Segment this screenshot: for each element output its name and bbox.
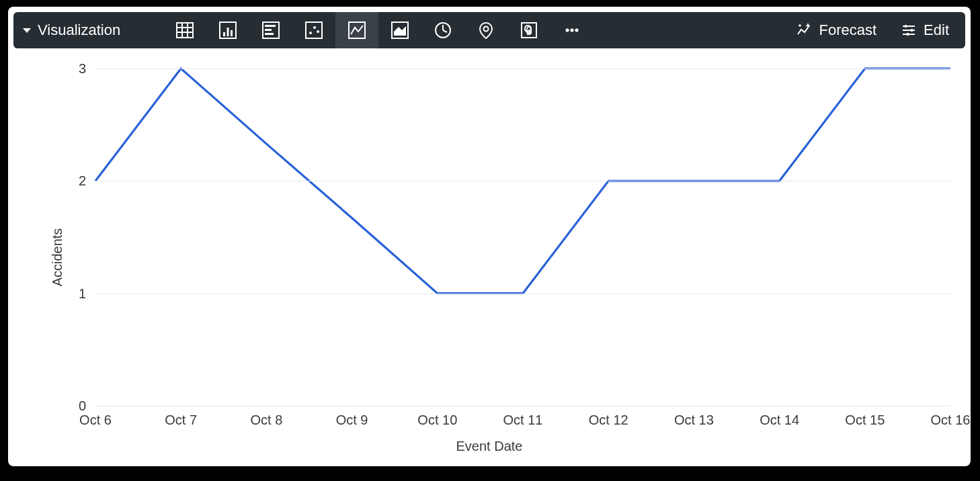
chart-area: Accidents Event Date 0123Oct 6Oct 7Oct 8… [8,48,971,466]
svg-line-22 [443,30,447,32]
x-tick-label: Oct 11 [503,406,543,428]
gridline [95,181,950,181]
svg-marker-19 [394,26,406,36]
svg-rect-10 [265,25,276,27]
horizontal-bar-icon[interactable] [249,12,292,48]
gridline [95,69,950,69]
svg-rect-7 [227,28,229,36]
svg-point-16 [317,30,319,33]
visualization-dropdown[interactable]: Visualization [13,12,132,48]
x-tick-label: Oct 7 [165,406,197,428]
forecast-sparkle-icon [796,22,812,38]
svg-rect-13 [306,22,322,38]
svg-rect-6 [223,32,225,36]
forecast-label: Forecast [819,21,876,39]
svg-text:6: 6 [526,24,532,38]
svg-rect-12 [265,33,274,35]
visualization-title: Visualization [38,21,120,39]
svg-point-15 [313,26,316,29]
viz-type-strip: 6 [163,12,594,48]
svg-rect-32 [905,25,907,28]
line-chart-icon[interactable] [335,12,378,48]
x-tick-label: Oct 13 [674,406,714,428]
svg-rect-11 [265,29,272,31]
svg-point-26 [566,29,569,32]
table-icon[interactable] [163,12,206,48]
x-tick-label: Oct 6 [79,406,112,428]
visualization-toolbar: Visualization [13,12,965,48]
single-value-icon[interactable]: 6 [507,12,550,48]
more-viz-icon[interactable] [550,12,594,48]
x-tick-label: Oct 10 [417,406,457,428]
y-axis-label: Accidents [50,228,65,287]
x-tick-label: Oct 14 [760,406,799,428]
visualization-panel: Visualization [8,7,971,466]
svg-rect-34 [907,33,909,36]
x-tick-label: Oct 16 [931,406,971,428]
scatter-icon[interactable] [292,12,335,48]
y-tick-label: 3 [79,61,95,77]
y-tick-label: 2 [79,173,95,189]
timeline-icon[interactable] [421,12,464,48]
svg-point-28 [575,29,578,32]
edit-label: Edit [924,21,949,39]
svg-point-23 [484,27,489,32]
area-chart-icon[interactable] [378,12,421,48]
x-tick-label: Oct 15 [845,406,885,428]
edit-button[interactable]: Edit [889,12,965,48]
svg-point-14 [309,32,312,34]
map-pin-icon[interactable] [464,12,507,48]
x-axis-label: Event Date [8,439,971,454]
forecast-button[interactable]: Forecast [784,12,889,48]
svg-rect-8 [231,30,233,36]
x-tick-label: Oct 9 [336,406,368,428]
x-tick-label: Oct 12 [589,406,628,428]
svg-point-27 [571,29,573,32]
svg-rect-33 [911,29,913,32]
x-tick-label: Oct 8 [250,406,282,428]
edit-sliders-icon [901,22,917,38]
caret-down-icon [23,28,31,33]
gridline [95,294,950,294]
y-tick-label: 1 [79,286,95,301]
bar-chart-icon[interactable] [206,12,249,48]
chart-plot[interactable]: 0123Oct 6Oct 7Oct 8Oct 9Oct 10Oct 11Oct … [95,69,950,406]
svg-rect-0 [177,23,193,38]
